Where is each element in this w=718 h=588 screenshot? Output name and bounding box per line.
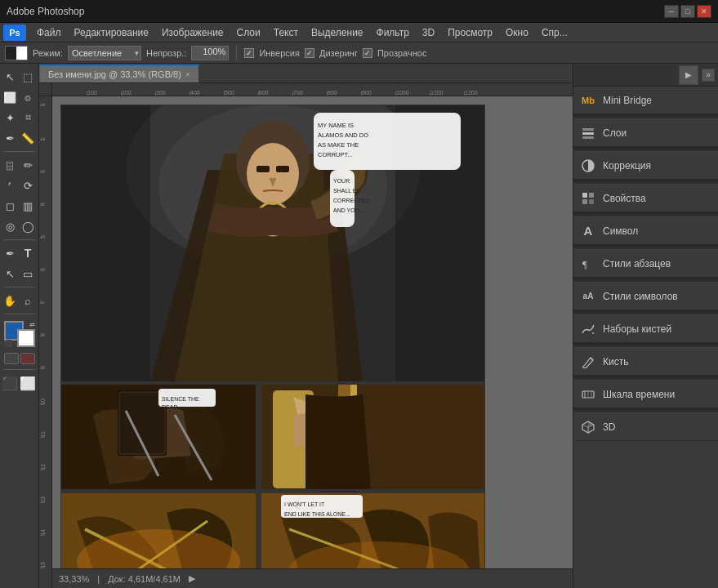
hmark-100: 100 bbox=[87, 90, 97, 96]
tool-group-eraser: ◻ ▥ bbox=[2, 196, 38, 216]
panel-play-button[interactable]: ▶ bbox=[679, 65, 698, 85]
svg-rect-5 bbox=[256, 166, 270, 172]
panel-item-svoystva[interactable]: Свойства bbox=[573, 185, 718, 212]
panel-item-shkala-vremeni[interactable]: Шкала времени bbox=[573, 381, 718, 408]
panel-item-simvol[interactable]: A Символ bbox=[573, 217, 718, 245]
menu-3d[interactable]: 3D bbox=[417, 25, 440, 40]
svg-text:END LIKE THIS ALONE...: END LIKE THIS ALONE... bbox=[284, 511, 350, 517]
canvas-ruler-area: 100 200 300 400 500 600 700 800 900 1000… bbox=[39, 83, 573, 588]
type-tool[interactable]: T bbox=[20, 243, 37, 263]
invert-checkbox[interactable] bbox=[244, 48, 254, 58]
menu-window[interactable]: Окно bbox=[500, 25, 534, 40]
3d-icon bbox=[580, 419, 596, 435]
tab-title: Без имени.jpg @ 33,3% (RGB/8) bbox=[48, 69, 181, 79]
eyedropper-tool[interactable]: ✒ bbox=[2, 128, 19, 148]
mode-dropdown[interactable]: Осветление bbox=[68, 46, 141, 60]
hmark-600: 600 bbox=[258, 90, 269, 96]
menu-image[interactable]: Изображение bbox=[156, 25, 230, 40]
lasso-tool[interactable]: ⌾ bbox=[20, 87, 37, 107]
swap-colors-icon[interactable]: ⇄ bbox=[29, 321, 35, 328]
tab-close-btn[interactable]: × bbox=[185, 70, 190, 79]
panel-item-stili-abzacev[interactable]: ¶ Стили абзацев bbox=[573, 250, 718, 278]
panel-item-3d[interactable]: 3D bbox=[573, 413, 718, 441]
close-button[interactable]: ✕ bbox=[697, 5, 711, 18]
eraser-tool[interactable]: ◻ bbox=[2, 196, 19, 216]
panel-label-shkala-vremeni: Шкала времени bbox=[603, 389, 711, 400]
background-color[interactable] bbox=[17, 329, 35, 347]
maximize-button[interactable]: □ bbox=[680, 5, 695, 18]
window-controls: ─ □ ✕ bbox=[664, 5, 711, 18]
stamp-tool[interactable]: ⎖ bbox=[2, 176, 19, 195]
titlebar: Adobe Photoshop ─ □ ✕ bbox=[0, 0, 718, 23]
minimize-button[interactable]: ─ bbox=[664, 5, 679, 18]
panel-item-mini-bridge[interactable]: Mb Mini Bridge bbox=[573, 87, 718, 114]
simvol-icon: A bbox=[580, 223, 596, 239]
menu-text[interactable]: Текст bbox=[268, 25, 304, 40]
panel-label-svoystva: Свойства bbox=[603, 193, 711, 204]
history-tool[interactable]: ⟳ bbox=[20, 176, 37, 195]
hmark-1200: 1200 bbox=[464, 90, 478, 96]
vmark-15: 15 bbox=[40, 562, 46, 568]
screen-mode2-btn[interactable]: ⬜ bbox=[20, 373, 37, 393]
menu-help[interactable]: Спр... bbox=[536, 25, 573, 40]
panel-item-korrekciya[interactable]: Коррекция bbox=[573, 152, 718, 180]
ruler-corner bbox=[39, 83, 52, 96]
vmark-7: 7 bbox=[40, 301, 46, 304]
vmark-11: 11 bbox=[40, 431, 46, 438]
pen-tool[interactable]: ✒ bbox=[2, 243, 19, 263]
menu-filter[interactable]: Фильтр bbox=[371, 25, 415, 40]
toolbar-sep-4 bbox=[4, 314, 35, 314]
blur-tool[interactable]: ◎ bbox=[2, 216, 19, 236]
svg-text:AND YOU...: AND YOU... bbox=[333, 207, 364, 213]
crop-tool[interactable]: ⌗ bbox=[20, 108, 37, 127]
status-arrow[interactable]: ▶ bbox=[189, 573, 195, 584]
ruler-tool[interactable]: 📏 bbox=[20, 128, 37, 148]
wand-tool[interactable]: ✦ bbox=[2, 108, 19, 127]
hmark-200: 200 bbox=[121, 90, 132, 96]
vmark-9: 9 bbox=[40, 366, 46, 369]
menu-file[interactable]: Файл bbox=[31, 25, 67, 40]
zoom-tool[interactable]: ⌕ bbox=[20, 291, 37, 310]
default-colors-icon[interactable]: ⬛ bbox=[4, 340, 12, 347]
path-sel-tool[interactable]: ↖ bbox=[2, 264, 19, 283]
menu-layers[interactable]: Слои bbox=[231, 25, 266, 40]
dodge-tool[interactable]: ◯ bbox=[20, 216, 37, 236]
hand-tool[interactable]: ✋ bbox=[2, 291, 19, 310]
document-canvas[interactable]: MY NAME IS ALAMOS AND DO AS MAKE THE COR… bbox=[60, 105, 485, 568]
move-tool[interactable]: ↖ bbox=[2, 67, 19, 87]
standard-mode-btn[interactable] bbox=[4, 353, 19, 364]
svg-text:SHALL BE: SHALL BE bbox=[333, 188, 361, 194]
tool-swatch bbox=[5, 46, 28, 60]
panel-collapse-btn[interactable]: » bbox=[702, 69, 715, 82]
dither-checkbox[interactable] bbox=[305, 48, 314, 58]
panel-item-stili-simvolov[interactable]: aA Стили символов bbox=[573, 283, 718, 310]
vmark-3: 3 bbox=[40, 170, 46, 173]
color-swatches: ⇄ ⬛ bbox=[4, 321, 35, 347]
gradient-tool[interactable]: ▥ bbox=[20, 196, 37, 216]
tool-group-stamp: ⎖ ⟳ bbox=[2, 176, 38, 195]
menu-select[interactable]: Выделение bbox=[305, 25, 369, 40]
stili-simvolov-icon: aA bbox=[580, 288, 596, 305]
transparent-checkbox[interactable] bbox=[363, 48, 372, 58]
hmark-400: 400 bbox=[190, 90, 200, 96]
quickmask-mode-btn[interactable] bbox=[20, 353, 35, 364]
rect-marquee-tool[interactable]: ⬜ bbox=[2, 87, 19, 107]
menu-edit[interactable]: Редактирование bbox=[69, 25, 154, 40]
artboard-tool[interactable]: ⬚ bbox=[20, 67, 37, 87]
canvas-tab-active[interactable]: Без имени.jpg @ 33,3% (RGB/8) × bbox=[39, 65, 199, 82]
svg-text:YOUR: YOUR bbox=[333, 178, 350, 184]
panel-item-sloi[interactable]: Слои bbox=[573, 119, 718, 147]
vmark-5: 5 bbox=[40, 235, 46, 238]
menu-view[interactable]: Просмотр bbox=[442, 25, 498, 40]
brush-tool[interactable]: ✏ bbox=[20, 155, 37, 175]
screen-mode-btn[interactable]: ⬛ bbox=[2, 373, 19, 393]
panel-item-kist[interactable]: Кисть bbox=[573, 348, 718, 376]
panel-item-nabory-kistey[interactable]: Наборы кистей bbox=[573, 315, 718, 343]
vmark-8: 8 bbox=[40, 333, 46, 336]
spot-heal-tool[interactable]: ⌹ bbox=[2, 155, 19, 175]
svg-rect-54 bbox=[582, 193, 587, 198]
canvas-content[interactable]: MY NAME IS ALAMOS AND DO AS MAKE THE COR… bbox=[52, 96, 573, 568]
shape-tool[interactable]: ▭ bbox=[20, 264, 37, 283]
panel-label-3d: 3D bbox=[603, 421, 711, 433]
opacity-input[interactable]: 100% bbox=[191, 46, 229, 60]
